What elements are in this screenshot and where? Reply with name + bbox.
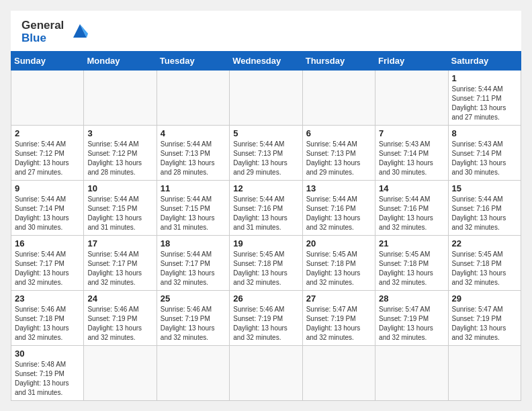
day-number: 17 [87, 238, 152, 248]
day-number: 14 [379, 183, 444, 193]
day-number: 16 [15, 238, 80, 248]
day-info: Sunrise: 5:44 AMSunset: 7:15 PMDaylight:… [161, 195, 226, 232]
day-number: 5 [233, 128, 298, 138]
weekday-tuesday: Tuesday [157, 52, 229, 71]
day-info: Sunrise: 5:44 AMSunset: 7:12 PMDaylight:… [15, 140, 80, 177]
day-number: 28 [379, 293, 444, 304]
day-number: 15 [452, 183, 517, 193]
day-info: Sunrise: 5:47 AMSunset: 7:19 PMDaylight:… [379, 305, 444, 342]
day-info: Sunrise: 5:44 AMSunset: 7:13 PMDaylight:… [233, 140, 298, 177]
day-cell: 10Sunrise: 5:44 AMSunset: 7:15 PMDayligh… [84, 181, 157, 236]
day-info: Sunrise: 5:45 AMSunset: 7:18 PMDaylight:… [379, 250, 444, 287]
day-info: Sunrise: 5:44 AMSunset: 7:17 PMDaylight:… [15, 250, 80, 287]
day-number: 30 [15, 349, 80, 359]
day-cell [157, 71, 229, 126]
week-row-0: 1Sunrise: 5:44 AMSunset: 7:11 PMDaylight… [11, 71, 521, 126]
day-info: Sunrise: 5:47 AMSunset: 7:19 PMDaylight:… [452, 305, 517, 342]
day-number: 6 [306, 128, 371, 138]
day-info: Sunrise: 5:46 AMSunset: 7:19 PMDaylight:… [233, 305, 298, 342]
weekday-header-row: SundayMondayTuesdayWednesdayThursdayFrid… [11, 52, 521, 71]
day-cell [157, 346, 229, 401]
day-info: Sunrise: 5:46 AMSunset: 7:18 PMDaylight:… [15, 305, 80, 342]
day-cell: 16Sunrise: 5:44 AMSunset: 7:17 PMDayligh… [11, 236, 84, 291]
week-row-4: 23Sunrise: 5:46 AMSunset: 7:18 PMDayligh… [11, 291, 521, 346]
day-cell: 7Sunrise: 5:43 AMSunset: 7:14 PMDaylight… [375, 126, 448, 181]
day-number: 26 [233, 293, 298, 304]
weekday-thursday: Thursday [302, 52, 375, 71]
day-cell: 11Sunrise: 5:44 AMSunset: 7:15 PMDayligh… [157, 181, 229, 236]
day-info: Sunrise: 5:44 AMSunset: 7:16 PMDaylight:… [379, 195, 444, 232]
weekday-wednesday: Wednesday [230, 52, 302, 71]
week-row-5: 30Sunrise: 5:48 AMSunset: 7:19 PMDayligh… [11, 346, 521, 401]
day-cell: 15Sunrise: 5:44 AMSunset: 7:16 PMDayligh… [448, 181, 521, 236]
day-number: 7 [379, 128, 444, 138]
day-info: Sunrise: 5:44 AMSunset: 7:17 PMDaylight:… [87, 250, 152, 287]
day-number: 4 [161, 128, 226, 138]
day-info: Sunrise: 5:46 AMSunset: 7:19 PMDaylight:… [161, 305, 226, 342]
day-number: 22 [452, 238, 517, 248]
day-number: 20 [306, 238, 371, 248]
day-cell [375, 346, 448, 401]
day-number: 3 [87, 128, 152, 138]
day-cell: 20Sunrise: 5:45 AMSunset: 7:18 PMDayligh… [302, 236, 375, 291]
day-info: Sunrise: 5:44 AMSunset: 7:14 PMDaylight:… [15, 195, 80, 232]
logo-general: General [21, 19, 64, 32]
calendar-container: General Blue SundayMondayTues [11, 11, 521, 401]
day-info: Sunrise: 5:44 AMSunset: 7:16 PMDaylight:… [306, 195, 371, 232]
day-info: Sunrise: 5:44 AMSunset: 7:13 PMDaylight:… [306, 140, 371, 177]
weekday-friday: Friday [375, 52, 448, 71]
day-info: Sunrise: 5:44 AMSunset: 7:17 PMDaylight:… [161, 250, 226, 287]
day-cell [375, 71, 448, 126]
day-cell: 30Sunrise: 5:48 AMSunset: 7:19 PMDayligh… [11, 346, 84, 401]
day-cell: 4Sunrise: 5:44 AMSunset: 7:13 PMDaylight… [157, 126, 229, 181]
day-info: Sunrise: 5:44 AMSunset: 7:15 PMDaylight:… [87, 195, 152, 232]
day-info: Sunrise: 5:44 AMSunset: 7:16 PMDaylight:… [233, 195, 298, 232]
day-cell: 27Sunrise: 5:47 AMSunset: 7:19 PMDayligh… [302, 291, 375, 346]
day-number: 21 [379, 238, 444, 248]
day-cell: 8Sunrise: 5:43 AMSunset: 7:14 PMDaylight… [448, 126, 521, 181]
day-number: 19 [233, 238, 298, 248]
day-cell: 13Sunrise: 5:44 AMSunset: 7:16 PMDayligh… [302, 181, 375, 236]
day-cell [230, 346, 302, 401]
day-cell [230, 71, 302, 126]
day-info: Sunrise: 5:44 AMSunset: 7:12 PMDaylight:… [87, 140, 152, 177]
day-info: Sunrise: 5:47 AMSunset: 7:19 PMDaylight:… [306, 305, 371, 342]
day-cell: 14Sunrise: 5:44 AMSunset: 7:16 PMDayligh… [375, 181, 448, 236]
weekday-saturday: Saturday [448, 52, 521, 71]
day-cell [84, 346, 157, 401]
day-number: 8 [452, 128, 517, 138]
day-info: Sunrise: 5:46 AMSunset: 7:19 PMDaylight:… [87, 305, 152, 342]
day-cell: 28Sunrise: 5:47 AMSunset: 7:19 PMDayligh… [375, 291, 448, 346]
day-number: 9 [15, 183, 80, 193]
day-cell [448, 346, 521, 401]
day-cell [302, 346, 375, 401]
day-info: Sunrise: 5:45 AMSunset: 7:18 PMDaylight:… [306, 250, 371, 287]
day-cell: 21Sunrise: 5:45 AMSunset: 7:18 PMDayligh… [375, 236, 448, 291]
day-number: 11 [161, 183, 226, 193]
day-cell: 6Sunrise: 5:44 AMSunset: 7:13 PMDaylight… [302, 126, 375, 181]
logo: General Blue [21, 19, 92, 46]
day-number: 10 [87, 183, 152, 193]
day-number: 12 [233, 183, 298, 193]
day-cell: 18Sunrise: 5:44 AMSunset: 7:17 PMDayligh… [157, 236, 229, 291]
day-number: 1 [452, 73, 517, 83]
weekday-monday: Monday [84, 52, 157, 71]
calendar-table: SundayMondayTuesdayWednesdayThursdayFrid… [11, 51, 521, 401]
week-row-3: 16Sunrise: 5:44 AMSunset: 7:17 PMDayligh… [11, 236, 521, 291]
day-cell: 19Sunrise: 5:45 AMSunset: 7:18 PMDayligh… [230, 236, 302, 291]
day-number: 24 [87, 293, 152, 304]
day-cell: 5Sunrise: 5:44 AMSunset: 7:13 PMDaylight… [230, 126, 302, 181]
weekday-sunday: Sunday [11, 52, 84, 71]
day-cell: 25Sunrise: 5:46 AMSunset: 7:19 PMDayligh… [157, 291, 229, 346]
day-cell: 9Sunrise: 5:44 AMSunset: 7:14 PMDaylight… [11, 181, 84, 236]
day-cell: 3Sunrise: 5:44 AMSunset: 7:12 PMDaylight… [84, 126, 157, 181]
day-cell [302, 71, 375, 126]
day-info: Sunrise: 5:48 AMSunset: 7:19 PMDaylight:… [15, 360, 80, 398]
week-row-2: 9Sunrise: 5:44 AMSunset: 7:14 PMDaylight… [11, 181, 521, 236]
day-cell: 12Sunrise: 5:44 AMSunset: 7:16 PMDayligh… [230, 181, 302, 236]
day-cell: 2Sunrise: 5:44 AMSunset: 7:12 PMDaylight… [11, 126, 84, 181]
day-info: Sunrise: 5:44 AMSunset: 7:11 PMDaylight:… [452, 85, 517, 122]
header: General Blue [11, 11, 521, 51]
logo-blue: Blue [21, 32, 64, 45]
day-number: 29 [452, 293, 517, 304]
